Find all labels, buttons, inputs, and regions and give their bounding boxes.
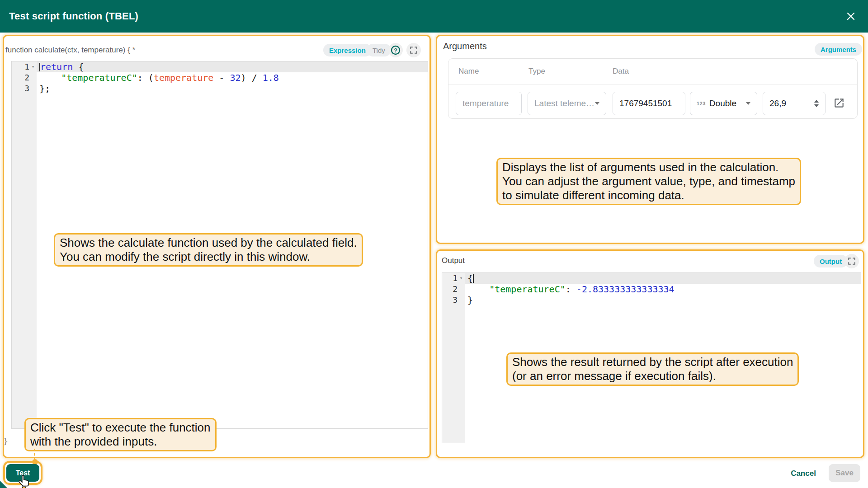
line-number-gutter: 2 xyxy=(12,72,37,83)
code-text: return { xyxy=(37,61,428,72)
argument-value-type: Double xyxy=(709,99,736,108)
function-closing-brace: } xyxy=(3,436,8,446)
output-badge: Output xyxy=(814,255,848,267)
open-in-new-icon[interactable] xyxy=(833,97,845,109)
line-number-gutter: 3 xyxy=(442,295,465,305)
argument-type-select[interactable]: Latest teleme… xyxy=(528,92,606,115)
svg-text:?: ? xyxy=(394,47,397,54)
chevron-down-icon xyxy=(595,102,599,105)
code-line: 1▾return { xyxy=(12,61,428,72)
chevron-down-icon xyxy=(746,102,750,105)
argument-type-value: Latest teleme… xyxy=(534,99,594,108)
save-button[interactable]: Save xyxy=(829,464,860,482)
fullscreen-icon xyxy=(848,257,856,265)
function-signature: function calculate(ctx, temperature) { * xyxy=(5,46,135,55)
fullscreen-icon xyxy=(410,46,418,54)
callout-connector-line xyxy=(34,449,35,460)
output-callout: Shows the result returned by the script … xyxy=(506,352,799,386)
stepper-up-icon[interactable] xyxy=(814,100,819,103)
argument-value-type-select[interactable]: 123 Double xyxy=(690,92,757,115)
arguments-badge: Arguments xyxy=(815,43,862,56)
argument-name-value: temperature xyxy=(462,99,509,108)
code-text: "temperatureC": -2.833333333333334 xyxy=(465,284,861,295)
argument-timestamp-value: 17679451501 xyxy=(619,99,672,108)
arguments-title: Arguments xyxy=(443,41,487,52)
table-header-divider xyxy=(448,84,857,84)
argument-value-stepper[interactable]: 26,9 xyxy=(763,92,826,115)
line-number-gutter: 2 xyxy=(442,284,465,295)
hand-cursor-icon xyxy=(18,474,32,488)
code-text: }; xyxy=(37,83,428,94)
code-line: 1▾{ xyxy=(442,273,861,284)
numeric-type-icon: 123 xyxy=(697,101,706,106)
text-cursor xyxy=(473,274,474,283)
editor-callout: Shows the calculate function used by the… xyxy=(54,233,363,267)
arguments-callout: Displays the list of arguments used in t… xyxy=(496,158,801,205)
column-header-name: Name xyxy=(458,67,479,76)
argument-name-input[interactable]: temperature xyxy=(456,92,522,115)
stepper-arrows[interactable] xyxy=(814,100,819,107)
fold-caret-icon[interactable]: ▾ xyxy=(29,61,37,72)
test-script-dialog: Test script function (TBEL) function cal… xyxy=(0,0,868,488)
line-number-gutter: 3 xyxy=(12,83,37,94)
corner-accent xyxy=(0,481,7,488)
output-title: Output xyxy=(442,256,465,265)
help-button[interactable]: ? xyxy=(388,43,403,57)
line-number-gutter: 1▾ xyxy=(442,273,465,284)
line-number-gutter: 1▾ xyxy=(12,61,37,72)
fold-caret-icon[interactable]: ▾ xyxy=(458,273,465,284)
code-line: 3} xyxy=(442,295,861,305)
argument-value: 26,9 xyxy=(769,99,786,108)
stepper-down-icon[interactable] xyxy=(814,104,819,107)
help-icon: ? xyxy=(390,45,401,56)
code-text: "temperatureC": (temperature - 32) / 1.8 xyxy=(37,72,428,83)
argument-timestamp-input[interactable]: 17679451501 xyxy=(613,92,685,115)
tidy-button[interactable]: Tidy xyxy=(367,44,391,56)
code-line: 3}; xyxy=(12,83,428,94)
cancel-button[interactable]: Cancel xyxy=(789,467,818,480)
test-callout: Click "Test" to execute the function wit… xyxy=(24,418,217,451)
column-header-data: Data xyxy=(613,67,629,76)
code-text: } xyxy=(465,295,861,305)
expression-badge[interactable]: Expression xyxy=(323,44,372,56)
fullscreen-button[interactable] xyxy=(406,43,421,57)
column-header-type: Type xyxy=(528,67,545,76)
code-line: 2 "temperatureC": -2.833333333333334 xyxy=(442,284,861,295)
close-icon[interactable] xyxy=(845,11,856,22)
dialog-title: Test script function (TBEL) xyxy=(9,10,138,22)
dialog-titlebar: Test script function (TBEL) xyxy=(0,0,868,33)
output-fullscreen-button[interactable] xyxy=(844,254,859,268)
code-text: { xyxy=(465,273,861,284)
code-line: 2 "temperatureC": (temperature - 32) / 1… xyxy=(12,72,428,83)
